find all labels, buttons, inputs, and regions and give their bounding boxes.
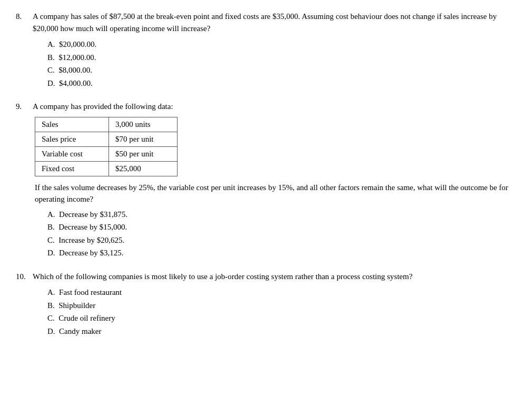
option-label: D. bbox=[47, 79, 55, 87]
table-cell: Sales price bbox=[35, 132, 109, 146]
question-8-text: A company has sales of $87,500 at the br… bbox=[33, 11, 516, 34]
table-cell: Sales bbox=[35, 117, 109, 132]
option-text: $20,000.00. bbox=[59, 40, 96, 48]
question-9-subtext: If the sales volume decreases by 25%, th… bbox=[35, 182, 516, 205]
option-text: Candy maker bbox=[59, 327, 101, 335]
list-item: C. Increase by $20,625. bbox=[47, 234, 516, 246]
list-item: A. $20,000.00. bbox=[47, 38, 516, 51]
list-item: D. Candy maker bbox=[47, 325, 516, 338]
option-label: D. bbox=[47, 249, 55, 257]
table-cell: Fixed cost bbox=[35, 161, 109, 176]
list-item: B. Decrease by $15,000. bbox=[47, 221, 516, 233]
option-text: $4,000.00. bbox=[59, 79, 93, 87]
question-10-text: Which of the following companies is most… bbox=[33, 271, 516, 283]
option-label: A. bbox=[47, 288, 55, 296]
option-label: C. bbox=[47, 236, 55, 244]
question-8-number: 8. bbox=[16, 11, 33, 34]
table-cell: 3,000 units bbox=[109, 117, 178, 132]
option-label: A. bbox=[47, 40, 55, 48]
list-item: A. Fast food restaurant bbox=[47, 286, 516, 299]
table-cell: Variable cost bbox=[35, 146, 109, 161]
option-text: Decrease by $15,000. bbox=[58, 223, 127, 231]
list-item: A. Decrease by $31,875. bbox=[47, 209, 516, 221]
question-9-number: 9. bbox=[16, 101, 33, 113]
table-cell: $25,000 bbox=[109, 161, 178, 176]
question-8-options: A. $20,000.00. B. $12,000.00. C. $8,000.… bbox=[16, 38, 516, 89]
question-10-number: 10. bbox=[16, 271, 33, 283]
list-item: D. $4,000.00. bbox=[47, 77, 516, 90]
table-row: Fixed cost $25,000 bbox=[35, 161, 178, 176]
question-10-options: A. Fast food restaurant B. Shipbuilder C… bbox=[16, 286, 516, 337]
option-label: C. bbox=[47, 66, 55, 74]
option-label: A. bbox=[47, 210, 55, 219]
question-9: 9. A company has provided the following … bbox=[16, 101, 516, 259]
list-item: D. Decrease by $3,125. bbox=[47, 247, 516, 259]
question-8: 8. A company has sales of $87,500 at the… bbox=[16, 11, 516, 89]
list-item: C. Crude oil refinery bbox=[47, 312, 516, 324]
table-row: Sales 3,000 units bbox=[35, 117, 178, 132]
table-cell: $70 per unit bbox=[109, 132, 178, 146]
question-10: 10. Which of the following companies is … bbox=[16, 271, 516, 338]
question-9-options: A. Decrease by $31,875. B. Decrease by $… bbox=[16, 209, 516, 259]
option-text: Increase by $20,625. bbox=[58, 236, 124, 244]
option-text: $8,000.00. bbox=[58, 66, 92, 74]
option-label: B. bbox=[47, 53, 55, 62]
list-item: B. Shipbuilder bbox=[47, 300, 516, 312]
table-cell: $50 per unit bbox=[109, 146, 178, 161]
question-9-text: A company has provided the following dat… bbox=[33, 101, 516, 113]
table-row: Variable cost $50 per unit bbox=[35, 146, 178, 161]
option-label: D. bbox=[47, 327, 55, 335]
option-text: Decrease by $3,125. bbox=[59, 249, 123, 257]
list-item: B. $12,000.00. bbox=[47, 52, 516, 64]
table-row: Sales price $70 per unit bbox=[35, 132, 178, 146]
option-text: $12,000.00. bbox=[58, 53, 96, 62]
list-item: C. $8,000.00. bbox=[47, 64, 516, 76]
option-label: B. bbox=[47, 301, 55, 310]
option-label: B. bbox=[47, 223, 55, 231]
option-text: Crude oil refinery bbox=[58, 314, 115, 322]
question-9-table: Sales 3,000 units Sales price $70 per un… bbox=[35, 117, 178, 176]
option-label: C. bbox=[47, 314, 55, 322]
option-text: Shipbuilder bbox=[58, 301, 95, 310]
option-text: Decrease by $31,875. bbox=[59, 210, 127, 219]
option-text: Fast food restaurant bbox=[59, 288, 122, 296]
